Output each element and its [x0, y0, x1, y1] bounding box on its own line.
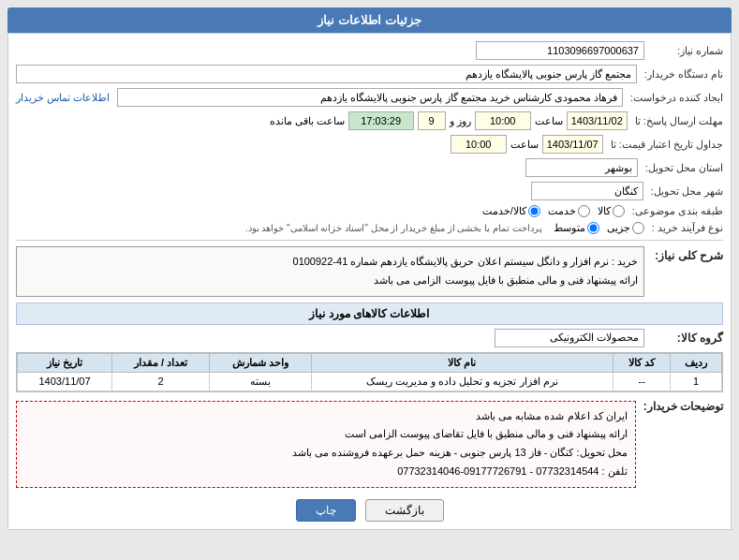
col-tarikh: تاریخ نیاز	[18, 353, 112, 372]
mohlat-label: مهلت ارسال پاسخ: تا	[631, 115, 723, 127]
col-vahed: واحد شمارش	[210, 353, 311, 372]
button-group: بازگشت چاپ	[16, 499, 723, 522]
col-nam-kala: نام کالا	[311, 353, 613, 372]
sharh-koli-row: شرح کلی نیاز: خرید : نرم افزار و دانگل س…	[16, 246, 723, 297]
shomare-niaz-label: شماره نیاز:	[648, 45, 723, 57]
nam-dastgah-label: نام دستگاه خریدار:	[641, 68, 723, 81]
cell-tarikh: 1403/11/07	[18, 372, 112, 391]
tabaghe-kala-khedmat-label: کالا/خدمت	[482, 205, 526, 217]
shomare-niaz-value: 1103096697000637	[476, 41, 644, 60]
shahr-value: کنگان	[531, 182, 643, 200]
tozi-kharidar-content: ایران کد اعلام شده مشابه می باشد ارائه پ…	[16, 401, 636, 488]
col-radif: ردیف	[671, 353, 722, 372]
noe-farayand-radio-group: جزیی متوسط	[554, 222, 644, 234]
sharh-koli-label: شرح کلی نیاز:	[648, 246, 723, 262]
mohlat-erset-row: مهلت ارسال پاسخ: تا 1403/11/02 ساعت 10:0…	[16, 111, 723, 130]
cell-namKala: نرم افزار تجزیه و تحلیل داده و مدیریت ری…	[311, 372, 613, 391]
col-kod-kala: کد کالا	[613, 353, 671, 372]
page-container: جزئیات اطلاعات نیاز شماره نیاز: 11030966…	[0, 0, 739, 538]
sharh-koli-value: خرید : نرم افزار و دانگل سیستم اعلان حری…	[16, 246, 644, 297]
tabaghe-khedmat-radio[interactable]	[578, 205, 590, 217]
mohlat-rooz: 9	[418, 111, 446, 130]
jadval-row: جداول تاریخ اعتبار قیمت: تا 1403/11/07 س…	[16, 135, 723, 154]
tabaghe-khedmat-label: خدمت	[548, 205, 576, 217]
divider-1	[16, 240, 723, 241]
jadval-date: 1403/11/07	[542, 135, 603, 154]
shahr-label: شهر محل تحویل:	[647, 185, 723, 198]
noe-jozii-label: جزیی	[607, 222, 630, 234]
saaat-label-mohlat: ساعت	[535, 115, 563, 127]
mohlat-date: 1403/11/02	[567, 111, 628, 130]
cell-tedad: 2	[112, 372, 210, 391]
tozi-line3: محل تحویل: کنگان - فاز 13 پارس جنوبی - ه…	[24, 444, 628, 463]
tozi-kharidar-row: توضیحات خریدار: ایران کد اعلام شده مشابه…	[16, 397, 723, 492]
group-kala-label: گروه کالا:	[648, 332, 723, 345]
page-title: جزئیات اطلاعات نیاز	[318, 13, 421, 27]
shomare-niaz-row: شماره نیاز: 1103096697000637	[16, 41, 723, 60]
tabaghe-kala-radio[interactable]	[613, 205, 625, 217]
tozi-kharidar-label: توضیحات خریدار:	[640, 397, 723, 413]
ejad-konande-row: ایجاد کننده درخواست: فرهاد محمودی کارشنا…	[16, 88, 723, 107]
tozi-line2: ارائه پیشنهاد فنی و مالی منطبق با فایل ت…	[24, 425, 628, 444]
ostan-value: بوشهر	[525, 158, 638, 177]
sharh-koli-line2: ارائه پیشنهاد فنی و مالی منطبق با فایل پ…	[22, 272, 638, 290]
group-kala-row: گروه کالا: محصولات الکترونیکی	[16, 329, 723, 347]
noe-jozii: جزیی	[607, 222, 644, 234]
cell-radif: 1	[671, 372, 722, 391]
tabaghe-khedmat: خدمت	[548, 205, 590, 217]
ostan-row: استان محل تحویل: بوشهر	[16, 158, 723, 177]
main-card: شماره نیاز: 1103096697000637 نام دستگاه …	[7, 33, 732, 530]
rooz-label: روز و	[450, 115, 471, 127]
noe-motevaset: متوسط	[554, 222, 599, 234]
noe-note: پرداخت تمام یا بخشی از مبلغ خریدار از مح…	[245, 223, 542, 233]
noe-farayand-label: نوع فرآیند خرید :	[648, 222, 723, 234]
jadval-label: جداول تاریخ اعتبار قیمت: تا	[607, 139, 723, 151]
noe-motevaset-label: متوسط	[554, 222, 585, 234]
kala-table-container: ردیف کد کالا نام کالا واحد شمارش تعداد /…	[16, 352, 723, 392]
tabaghe-radio-group: کالا خدمت کالا/خدمت	[482, 205, 625, 217]
shahr-row: شهر محل تحویل: کنگان	[16, 182, 723, 200]
noe-jozii-radio[interactable]	[632, 222, 644, 234]
saat-label-jadval: ساعت	[510, 139, 539, 151]
table-header-row: ردیف کد کالا نام کالا واحد شمارش تعداد /…	[18, 353, 722, 372]
baqi-mande-label: ساعت باقی مانده	[270, 115, 345, 127]
mohlat-time: 10:00	[475, 111, 531, 130]
table-row: 1--نرم افزار تجزیه و تحلیل داده و مدیریت…	[18, 372, 722, 391]
noe-farayand-row: نوع فرآیند خرید : جزیی متوسط پرداخت تمام…	[16, 222, 723, 234]
tabaghe-row: طبقه بندی موضوعی: کالا خدمت کالا/خدمت	[16, 205, 723, 217]
cell-vahed: بسته	[210, 372, 311, 391]
noe-motevaset-radio[interactable]	[587, 222, 599, 234]
col-tedad: تعداد / مقدار	[112, 353, 210, 372]
tabaghe-kala: کالا	[598, 205, 625, 217]
back-button[interactable]: بازگشت	[365, 499, 444, 522]
print-button[interactable]: چاپ	[296, 499, 356, 522]
ejad-konande-label: ایجاد کننده درخواست:	[627, 92, 723, 104]
sharh-koli-line1: خرید : نرم افزار و دانگل سیستم اعلان حری…	[22, 253, 638, 272]
page-header: جزئیات اطلاعات نیاز	[7, 7, 732, 33]
etelaat-kala-title: اطلاعات کالاهای مورد نیاز	[16, 302, 723, 325]
nam-dastgah-value: مجتمع گاز پارس جنوبی پالایشگاه یازدهم	[16, 65, 637, 83]
tabaghe-kala-khedmat: کالا/خدمت	[482, 205, 540, 217]
tozi-line1: ایران کد اعلام شده مشابه می باشد	[24, 407, 628, 426]
mohlat-saat-value: 17:03:29	[348, 111, 414, 130]
ejad-konande-value: فرهاد محمودی کارشناس خرید مجتمع گاز پارس…	[117, 88, 623, 107]
tabaghe-kala-khedmat-radio[interactable]	[528, 205, 540, 217]
tozi-line4: تلفن : 07732314544 - 09177726791-0773231…	[24, 463, 628, 481]
kala-table: ردیف کد کالا نام کالا واحد شمارش تعداد /…	[17, 353, 722, 391]
tabaghe-kala-label: کالا	[598, 205, 611, 217]
etelaat-tamas-link[interactable]: اطلاعات تماس خریدار	[16, 92, 110, 104]
cell-kodKala: --	[613, 372, 671, 391]
group-kala-value: محصولات الکترونیکی	[495, 329, 644, 347]
nam-dastgah-row: نام دستگاه خریدار: مجتمع گاز پارس جنوبی …	[16, 65, 723, 83]
jadval-time: 10:00	[451, 135, 507, 154]
tabaghe-label: طبقه بندی موضوعی:	[628, 205, 723, 217]
ostan-label: استان محل تحویل:	[642, 162, 723, 174]
